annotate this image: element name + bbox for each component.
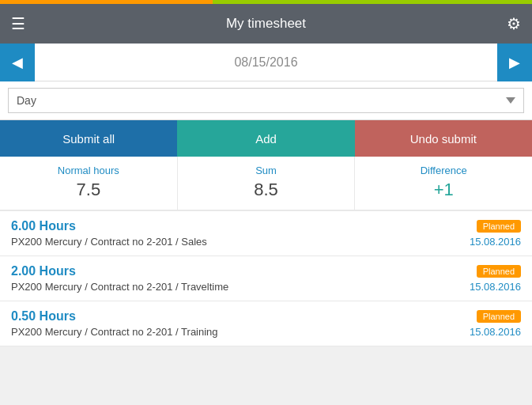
- entry-date: 15.08.2016: [470, 281, 521, 293]
- app-title: My timesheet: [226, 16, 306, 32]
- hamburger-icon[interactable]: ☰: [11, 14, 25, 33]
- difference-cell: Difference +1: [355, 157, 532, 210]
- entry-badge: Planned: [477, 265, 521, 278]
- entry-row[interactable]: 2.00 Hours Planned PX200 Mercury / Contr…: [0, 256, 532, 301]
- undo-submit-button[interactable]: Undo submit: [355, 120, 532, 157]
- entry-hours: 6.00 Hours: [11, 219, 76, 233]
- entries-list: 6.00 Hours Planned PX200 Mercury / Contr…: [0, 211, 532, 346]
- add-button[interactable]: Add: [177, 120, 354, 157]
- stats-row: Normal hours 7.5 Sum 8.5 Difference +1: [0, 157, 532, 211]
- entry-badge: Planned: [477, 310, 521, 323]
- next-date-button[interactable]: ▶: [497, 44, 532, 81]
- entry-badge: Planned: [477, 220, 521, 233]
- gear-icon[interactable]: ⚙: [507, 14, 521, 33]
- day-select-wrapper: Day Week Month: [0, 81, 532, 120]
- day-select[interactable]: Day Week Month: [8, 88, 524, 113]
- entry-footer: PX200 Mercury / Contract no 2-201 / Trav…: [11, 281, 521, 293]
- entry-hours: 2.00 Hours: [11, 264, 76, 278]
- entry-header: 6.00 Hours Planned: [11, 219, 521, 233]
- date-navigation: ◀ ▶: [0, 44, 532, 81]
- normal-hours-label: Normal hours: [0, 165, 177, 176]
- sum-value: 8.5: [178, 180, 355, 200]
- entry-row[interactable]: 6.00 Hours Planned PX200 Mercury / Contr…: [0, 211, 532, 256]
- entry-description: PX200 Mercury / Contract no 2-201 / Trai…: [11, 326, 218, 338]
- entry-date: 15.08.2016: [470, 236, 521, 248]
- entry-header: 0.50 Hours Planned: [11, 309, 521, 324]
- sum-cell: Sum 8.5: [178, 157, 356, 210]
- entry-date: 15.08.2016: [470, 326, 521, 338]
- entry-header: 2.00 Hours Planned: [11, 264, 521, 278]
- entry-footer: PX200 Mercury / Contract no 2-201 / Sale…: [11, 236, 521, 248]
- submit-all-button[interactable]: Submit all: [0, 120, 177, 157]
- prev-date-button[interactable]: ◀: [0, 44, 35, 81]
- entry-row[interactable]: 0.50 Hours Planned PX200 Mercury / Contr…: [0, 301, 532, 346]
- entry-description: PX200 Mercury / Contract no 2-201 / Sale…: [11, 236, 207, 248]
- entry-description: PX200 Mercury / Contract no 2-201 / Trav…: [11, 281, 228, 293]
- entry-hours: 0.50 Hours: [11, 309, 76, 324]
- entry-footer: PX200 Mercury / Contract no 2-201 / Trai…: [11, 326, 521, 338]
- action-buttons-row: Submit all Add Undo submit: [0, 120, 532, 157]
- app-header: ☰ My timesheet ⚙: [0, 4, 532, 44]
- date-input[interactable]: [35, 55, 497, 70]
- normal-hours-cell: Normal hours 7.5: [0, 157, 178, 210]
- sum-label: Sum: [178, 165, 355, 176]
- normal-hours-value: 7.5: [0, 180, 177, 200]
- difference-value: +1: [355, 180, 532, 200]
- difference-label: Difference: [355, 165, 532, 176]
